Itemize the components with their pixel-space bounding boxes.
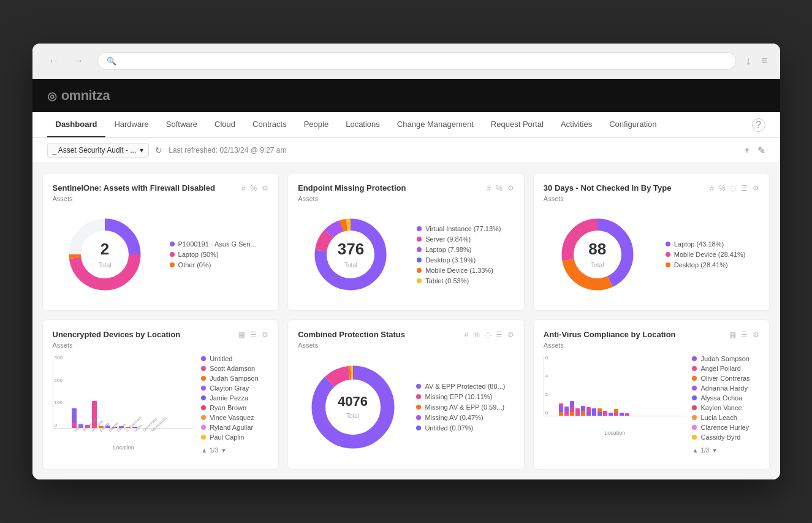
legend-item: Lucia Leach [692,414,759,421]
tab-contracts[interactable]: Contracts [244,112,295,137]
legend-dot [416,405,421,410]
donut-number: 2 [98,240,111,259]
bar [581,406,585,411]
tab-cloud[interactable]: Cloud [206,112,244,137]
legend-dot [417,247,422,252]
bar-group-2 [598,408,602,416]
circle-icon[interactable] [485,330,491,339]
legend: Laptop (43.18%) Mobile Device (28.41%) D… [666,240,746,269]
bar-group-2 [625,413,629,416]
legend-label: Ryan Brown [210,404,246,411]
hash-icon[interactable] [241,184,246,193]
legend-item: Laptop (43.18%) [666,240,746,248]
back-button[interactable]: ← [45,53,63,69]
toolbar-actions: + ✎ [744,145,765,156]
legend-item: Angel Pollard [692,365,759,372]
legend-item: Oliver Contreras [692,375,759,382]
legend-label: Missing EPP (10.11%) [425,393,492,400]
legend: AV & EPP Protected (88...) Missing EPP (… [416,383,505,432]
percent-icon[interactable] [719,184,726,193]
donut-text: Total [591,262,604,269]
legend-label: Oliver Contreras [700,375,749,382]
tab-locations[interactable]: Locations [337,112,389,137]
legend-item: Clayton Gray [201,384,268,392]
gear-icon[interactable] [507,330,514,339]
app-header: ◎ omnitza [32,79,780,112]
legend-label: Untitled (0.07%) [425,424,473,432]
y-label: 200 [55,378,63,383]
tab-people[interactable]: People [295,112,337,137]
page-next-icon[interactable]: ▼ [221,447,227,454]
circle-icon[interactable] [730,184,736,193]
gear-icon[interactable] [753,330,759,339]
bar [603,411,607,416]
tab-activities[interactable]: Activities [552,112,601,137]
bar-chart-icon[interactable] [729,330,736,339]
hash-icon[interactable] [710,184,714,193]
legend-label: Vince Vasquez [210,414,254,421]
table-icon[interactable] [741,330,748,339]
download-icon[interactable]: ↓ [746,55,751,67]
edit-button[interactable]: ✎ [757,145,765,156]
bar-chart-icon[interactable] [238,330,245,339]
legend-dot [201,435,206,440]
bar [559,412,563,416]
widget-title: 30 Days - Not Checked In By Type [544,183,672,193]
legend: Virtual Instance (77.13%) Server (9.84%)… [417,225,501,284]
percent-icon[interactable] [473,330,480,339]
widget-icons [487,184,514,193]
audit-selector[interactable]: _ Asset Security Audit - ... ▾ [47,143,150,158]
hash-icon[interactable] [464,330,468,339]
gear-icon[interactable] [507,184,514,193]
bar [620,413,624,416]
legend-label: Desktop (28.41%) [674,261,728,269]
table-icon[interactable] [250,330,257,339]
donut-label: 4076 Total [338,394,368,421]
bar-group-2 [564,407,569,416]
legend-dot [692,435,697,440]
gear-icon[interactable] [262,184,268,193]
tab-configuration[interactable]: Configuration [601,112,665,137]
table-icon[interactable] [741,184,748,193]
search-icon: 🔍 [107,56,116,66]
hash-icon[interactable] [487,184,491,193]
y-label: 0 [545,410,548,416]
forward-button[interactable]: → [69,53,88,69]
address-input[interactable] [121,56,727,66]
add-button[interactable]: + [744,145,749,156]
legend-label: Clayton Gray [210,384,249,392]
bars-2 [559,357,684,416]
page-next-icon-2[interactable]: ▼ [711,447,718,454]
tab-request-portal[interactable]: Request Portal [482,112,552,137]
legend-dot [692,386,697,391]
tab-software[interactable]: Software [157,112,206,137]
bar-group-2 [581,406,585,416]
legend-label: Mobile Device (28.41%) [674,251,746,258]
percent-icon[interactable] [496,184,503,193]
menu-icon[interactable]: ≡ [761,55,768,67]
legend-label: Clarence Hurley [700,424,749,431]
legend-dot [417,226,422,231]
gear-icon[interactable] [753,184,759,193]
widget-icons [710,184,759,193]
percent-icon[interactable] [250,184,257,193]
bar [559,407,563,412]
bar-group-2 [575,408,580,416]
page-prev-icon[interactable]: ▲ [201,447,207,454]
help-icon[interactable]: ? [752,118,765,132]
donut-label: 376 Total [338,240,364,270]
tab-hardware[interactable]: Hardware [105,112,157,137]
donut-label: 88 Total [588,240,606,270]
legend-item: Missing AV & EPP (0.59...) [416,403,505,411]
y-label: 0 [55,422,63,428]
tab-dashboard[interactable]: Dashboard [47,112,106,137]
widget-header: 30 Days - Not Checked In By Type [544,183,760,193]
refresh-button[interactable]: ↻ [155,145,162,155]
page-prev-icon-2[interactable]: ▲ [692,447,698,454]
tab-change-management[interactable]: Change Management [389,112,482,137]
legend-item: Vince Vasquez [201,414,268,421]
legend-item: Missing EPP (10.11%) [416,393,505,400]
table-icon[interactable] [496,330,503,339]
gear-icon[interactable] [262,330,268,339]
legend-item: Virtual Instance (77.13%) [417,225,501,232]
